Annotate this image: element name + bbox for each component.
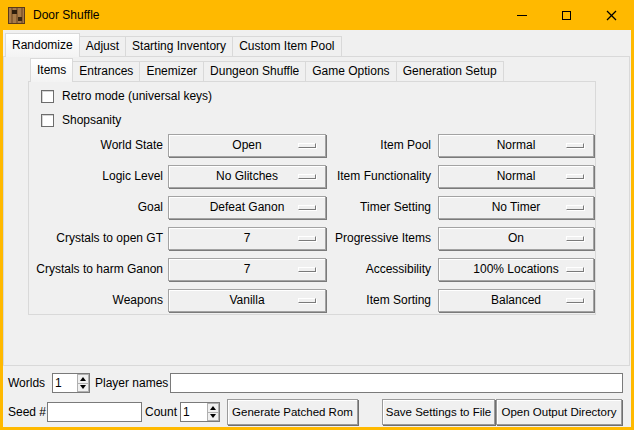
worlds-spin-arrows — [77, 374, 89, 392]
crystals-gt-dropdown[interactable]: 7 — [168, 227, 326, 250]
accessibility-label: Accessibility — [329, 258, 431, 281]
seed-label: Seed # — [8, 402, 46, 422]
generate-rom-button[interactable]: Generate Patched Rom — [227, 399, 358, 425]
worlds-spinbox[interactable] — [52, 373, 90, 393]
count-input[interactable] — [181, 403, 207, 421]
menu-indicator-icon — [566, 298, 584, 303]
checkbox-icon — [41, 90, 54, 103]
timer-setting-label: Timer Setting — [329, 196, 431, 219]
goal-label: Goal — [33, 196, 163, 219]
logic-level-value: No Glitches — [216, 169, 278, 183]
items-pane: Retro mode (universal keys) Shopsanity W… — [28, 81, 596, 315]
menu-indicator-icon — [566, 236, 584, 241]
player-names-input[interactable] — [170, 373, 623, 393]
tab-randomize[interactable]: Randomize — [5, 33, 80, 57]
tab-adjust[interactable]: Adjust — [79, 36, 126, 57]
goal-dropdown[interactable]: Defeat Ganon — [168, 196, 326, 219]
crystals-ganon-dropdown[interactable]: 7 — [168, 258, 326, 281]
crystals-ganon-label: Crystals to harm Ganon — [33, 258, 163, 281]
crystals-gt-value: 7 — [244, 231, 251, 245]
shopsanity-label: Shopsanity — [62, 113, 121, 127]
spin-down-button[interactable] — [207, 413, 219, 422]
subtab-generation-setup[interactable]: Generation Setup — [396, 61, 504, 82]
player-names-label: Player names — [95, 373, 168, 393]
item-sorting-label: Item Sorting — [329, 289, 431, 312]
spin-down-button[interactable] — [77, 384, 89, 393]
logic-level-dropdown[interactable]: No Glitches — [168, 165, 326, 188]
subtab-game-options[interactable]: Game Options — [305, 61, 396, 82]
menu-indicator-icon — [298, 205, 316, 210]
menu-indicator-icon — [298, 143, 316, 148]
window-controls — [499, 0, 634, 30]
menu-indicator-icon — [298, 174, 316, 179]
count-label: Count — [145, 402, 177, 422]
world-state-value: Open — [232, 138, 261, 152]
save-settings-button[interactable]: Save Settings to File — [382, 399, 495, 425]
open-output-button[interactable]: Open Output Directory — [496, 399, 622, 425]
spin-down-icon — [210, 414, 216, 418]
maximize-icon — [562, 11, 571, 20]
spin-up-button[interactable] — [207, 403, 219, 413]
window-title: Door Shuffle — [33, 8, 100, 22]
logic-level-label: Logic Level — [33, 165, 163, 188]
menu-indicator-icon — [566, 174, 584, 179]
crystals-ganon-value: 7 — [244, 262, 251, 276]
tab-starting-inventory[interactable]: Starting Inventory — [125, 36, 233, 57]
subtab-entrances[interactable]: Entrances — [72, 61, 140, 82]
accessibility-value: 100% Locations — [473, 262, 558, 276]
weapons-label: Weapons — [33, 289, 163, 312]
menu-indicator-icon — [566, 267, 584, 272]
retro-mode-checkbox[interactable]: Retro mode (universal keys) — [41, 88, 212, 104]
accessibility-dropdown[interactable]: 100% Locations — [438, 258, 594, 281]
menu-indicator-icon — [298, 267, 316, 272]
menu-indicator-icon — [298, 298, 316, 303]
subtab-items[interactable]: Items — [30, 58, 73, 82]
randomize-sub-tab-bar: Items Entrances Enemizer Dungeon Shuffle… — [30, 58, 503, 82]
item-functionality-dropdown[interactable]: Normal — [438, 165, 594, 188]
spin-up-icon — [80, 377, 86, 381]
menu-indicator-icon — [566, 205, 584, 210]
tab-custom-item-pool[interactable]: Custom Item Pool — [232, 36, 341, 57]
progressive-items-value: On — [508, 231, 524, 245]
spin-up-button[interactable] — [77, 374, 89, 384]
client-area: Randomize Adjust Starting Inventory Cust… — [3, 30, 631, 427]
maximize-button[interactable] — [544, 0, 589, 30]
item-functionality-value: Normal — [497, 169, 536, 183]
progressive-items-dropdown[interactable]: On — [438, 227, 594, 250]
checkbox-icon — [41, 114, 54, 127]
count-spin-arrows — [207, 403, 219, 421]
subtab-dungeon-shuffle[interactable]: Dungeon Shuffle — [203, 61, 306, 82]
item-sorting-value: Balanced — [491, 293, 541, 307]
close-button[interactable] — [589, 0, 634, 30]
minimize-icon — [517, 15, 527, 16]
item-pool-label: Item Pool — [329, 134, 431, 157]
timer-setting-value: No Timer — [492, 200, 541, 214]
world-state-dropdown[interactable]: Open — [168, 134, 326, 157]
main-tab-bar: Randomize Adjust Starting Inventory Cust… — [5, 33, 341, 57]
seed-input[interactable] — [47, 402, 142, 422]
minimize-button[interactable] — [499, 0, 544, 30]
count-spinbox[interactable] — [180, 402, 220, 422]
progressive-items-label: Progressive Items — [329, 227, 431, 250]
weapons-value: Vanilla — [229, 293, 264, 307]
subtab-enemizer[interactable]: Enemizer — [139, 61, 204, 82]
item-pool-value: Normal — [497, 138, 536, 152]
retro-mode-label: Retro mode (universal keys) — [62, 89, 212, 103]
world-state-label: World State — [33, 134, 163, 157]
door-app-icon — [8, 7, 25, 24]
close-icon — [606, 10, 617, 21]
spin-down-icon — [80, 385, 86, 389]
timer-setting-dropdown[interactable]: No Timer — [438, 196, 594, 219]
worlds-input[interactable] — [53, 374, 77, 392]
weapons-dropdown[interactable]: Vanilla — [168, 289, 326, 312]
shopsanity-checkbox[interactable]: Shopsanity — [41, 112, 121, 128]
item-pool-dropdown[interactable]: Normal — [438, 134, 594, 157]
worlds-label: Worlds — [8, 373, 45, 393]
item-sorting-dropdown[interactable]: Balanced — [438, 289, 594, 312]
title-bar: Door Shuffle — [0, 0, 634, 30]
item-functionality-label: Item Functionality — [329, 165, 431, 188]
menu-indicator-icon — [566, 143, 584, 148]
spin-up-icon — [210, 406, 216, 410]
crystals-gt-label: Crystals to open GT — [33, 227, 163, 250]
menu-indicator-icon — [298, 236, 316, 241]
